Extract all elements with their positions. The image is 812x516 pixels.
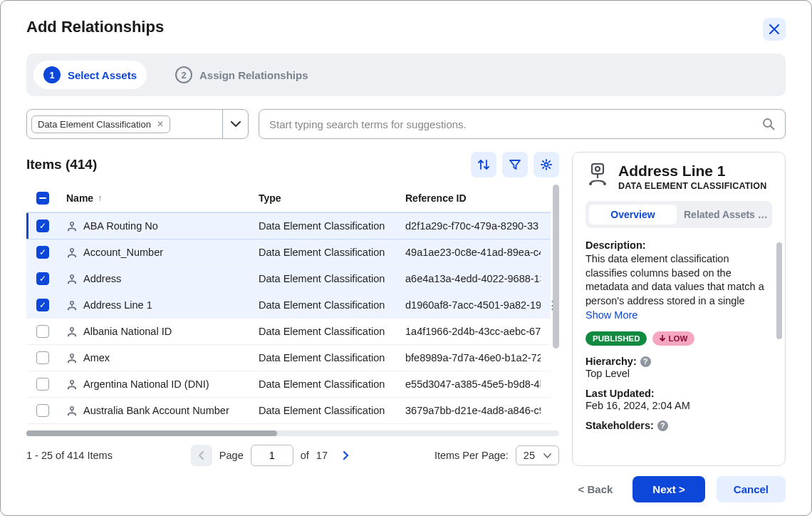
filter-dropdown-toggle[interactable] <box>222 110 248 138</box>
wizard-steps: 1 Select Assets 2 Assign Relationships <box>26 53 786 96</box>
asset-icon <box>66 299 78 311</box>
last-updated-value: Feb 16, 2024, 2:04 AM <box>585 400 772 411</box>
prev-page-button[interactable] <box>191 445 212 466</box>
tab-related-assets[interactable]: Related Assets … <box>681 205 769 225</box>
row-name: Australia Bank Account Number <box>83 405 229 416</box>
svg-point-19 <box>75 361 76 363</box>
table-row[interactable]: Australia Bank Account NumberData Elemen… <box>26 398 551 424</box>
stakeholders-label: Stakeholders: ? <box>585 420 772 431</box>
svg-point-27 <box>595 167 600 171</box>
remove-filter-icon[interactable]: ✕ <box>157 119 164 129</box>
svg-point-9 <box>68 282 69 284</box>
row-name: Amex <box>83 352 110 363</box>
description-label: Description: <box>585 239 772 251</box>
detail-subtitle: DATA ELEMENT CLASSIFICATION <box>618 181 766 191</box>
items-count: Items (414) <box>26 157 97 172</box>
search-input[interactable] <box>269 118 762 130</box>
help-icon[interactable]: ? <box>657 420 668 431</box>
add-relationships-modal: Add Relationships 1 Select Assets 2 Assi… <box>0 0 812 516</box>
svg-point-13 <box>75 309 76 310</box>
status-badge-published: PUBLISHED <box>585 331 647 346</box>
row-type: Data Element Classification <box>259 326 405 337</box>
row-name: ABA Routing No <box>83 220 158 232</box>
row-reference-id: 3679a7bb-d21e-4ad8-a846-c9 <box>405 405 541 416</box>
row-checkbox[interactable] <box>36 378 49 391</box>
step-number: 2 <box>175 66 192 83</box>
search-icon[interactable] <box>762 118 775 130</box>
row-reference-id: d1960af8-7acc-4501-9a82-19 <box>405 299 541 311</box>
items-table: Name ↑ Type Reference ID ✓ABA Routing No… <box>26 185 559 428</box>
svg-point-22 <box>75 388 76 389</box>
step-assign-relationships[interactable]: 2 Assign Relationships <box>165 61 318 89</box>
svg-point-17 <box>71 354 73 357</box>
svg-point-25 <box>75 414 76 416</box>
close-button[interactable] <box>763 18 786 41</box>
svg-point-6 <box>68 256 69 257</box>
close-icon <box>769 24 779 34</box>
svg-point-24 <box>68 414 69 416</box>
pagination-summary: 1 - 25 of 414 Items <box>26 450 113 461</box>
back-button[interactable]: < Back <box>570 478 622 501</box>
column-header-reference-id[interactable]: Reference ID <box>405 192 541 204</box>
row-checkbox[interactable]: ✓ <box>36 246 49 259</box>
table-row[interactable]: ✓Address Line 1Data Element Classificati… <box>26 292 551 319</box>
row-reference-id: bfe8989a-7d7a-46e0-b1a2-72 <box>405 352 541 363</box>
table-row[interactable]: ✓AddressData Element Classificationa6e4a… <box>26 266 551 292</box>
svg-point-3 <box>68 229 69 231</box>
sort-button[interactable] <box>471 152 496 177</box>
row-reference-id: 1a4f1966-2d4b-43cc-aebc-67 <box>405 326 541 337</box>
row-checkbox[interactable] <box>36 404 49 417</box>
settings-button[interactable] <box>533 152 559 177</box>
column-header-type[interactable]: Type <box>259 192 405 204</box>
items-per-page-value: 25 <box>524 450 535 461</box>
step-select-assets[interactable]: 1 Select Assets <box>33 61 147 89</box>
filter-button[interactable] <box>502 152 528 177</box>
cancel-button[interactable]: Cancel <box>717 476 786 502</box>
row-name: Account_Number <box>83 247 163 258</box>
row-checkbox[interactable]: ✓ <box>36 299 49 311</box>
vertical-scrollbar[interactable] <box>553 185 559 349</box>
total-pages: 17 <box>316 450 328 461</box>
table-row[interactable]: Albania National IDData Element Classifi… <box>26 319 551 345</box>
svg-point-4 <box>75 229 76 231</box>
table-row[interactable]: AmexData Element Classificationbfe8989a-… <box>26 345 551 371</box>
row-checkbox[interactable]: ✓ <box>36 220 49 232</box>
page-input[interactable] <box>251 445 293 466</box>
svg-point-5 <box>71 249 73 252</box>
table-row[interactable]: ✓Account_NumberData Element Classificati… <box>26 239 551 266</box>
detail-panel: Address Line 1 DATA ELEMENT CLASSIFICATI… <box>572 152 786 466</box>
items-per-page-select[interactable]: 25 <box>516 445 559 465</box>
row-checkbox[interactable]: ✓ <box>36 272 49 285</box>
help-icon[interactable]: ? <box>640 356 651 367</box>
asset-icon <box>66 378 78 390</box>
svg-point-1 <box>545 163 548 167</box>
row-name: Address Line 1 <box>83 299 152 311</box>
column-header-name[interactable]: Name <box>66 192 93 204</box>
status-badge-low: LOW <box>652 331 694 346</box>
row-type: Data Element Classification <box>259 247 405 258</box>
pagination-bar: 1 - 25 of 414 Items Page of 17 Items Per… <box>26 436 559 466</box>
row-checkbox[interactable] <box>36 325 49 338</box>
next-page-button[interactable] <box>335 445 356 466</box>
row-checkbox[interactable] <box>36 351 49 364</box>
select-all-checkbox[interactable] <box>36 192 49 205</box>
chevron-down-icon <box>231 121 241 127</box>
detail-scrollbar[interactable] <box>776 242 782 339</box>
tab-overview[interactable]: Overview <box>589 205 677 225</box>
row-reference-id: 49a1ae23-0c8e-41ad-89ea-c4 <box>405 247 541 258</box>
table-header-row: Name ↑ Type Reference ID <box>26 185 551 212</box>
arrow-down-icon <box>660 335 665 342</box>
row-type: Data Element Classification <box>259 352 405 363</box>
table-row[interactable]: Argentina National ID (DNI)Data Element … <box>26 371 551 398</box>
table-row[interactable]: ✓ABA Routing NoData Element Classificati… <box>26 212 551 239</box>
step-label: Select Assets <box>68 69 137 81</box>
show-more-link[interactable]: Show More <box>585 309 637 321</box>
asset-icon <box>66 220 78 232</box>
horizontal-scrollbar[interactable] <box>26 430 559 436</box>
asset-icon <box>66 247 78 258</box>
row-reference-id: d2f1a29c-f70c-479a-8290-33 <box>405 220 541 232</box>
svg-point-23 <box>71 407 73 410</box>
row-name: Address <box>83 273 121 284</box>
next-button[interactable]: Next > <box>633 476 704 502</box>
svg-point-8 <box>71 275 73 278</box>
